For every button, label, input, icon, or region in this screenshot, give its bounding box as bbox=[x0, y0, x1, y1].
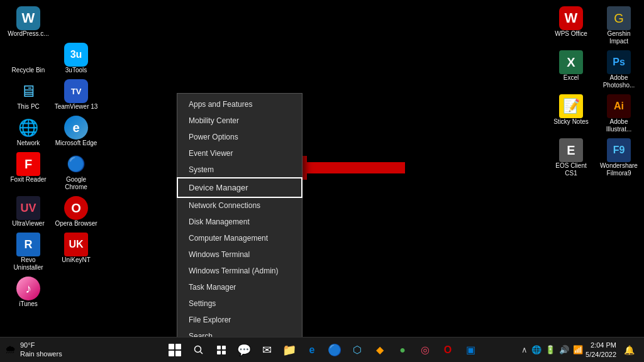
teamviewer-icon[interactable]: TV TeamViewer 13 bbox=[54, 79, 98, 111]
google-chrome-icon[interactable]: 🔵 Google Chrome bbox=[54, 152, 98, 191]
taskbar-opera-icon[interactable]: O bbox=[438, 340, 458, 360]
tray-wifi-icon[interactable]: 📶 bbox=[573, 345, 583, 354]
svg-line-3 bbox=[201, 351, 203, 354]
unikeynb-icon[interactable]: UK UniKeyNT bbox=[54, 233, 98, 272]
photoshop-icon[interactable]: Ps Adobe Photosho... bbox=[597, 50, 641, 89]
desktop-icons-left: W WordPress.c... 🗑 Recycle Bin 3u 3uTool… bbox=[6, 6, 98, 308]
taskbar: 🌧 90°F Rain showers bbox=[0, 337, 644, 362]
ultraviewer-icon[interactable]: UV UltraViewer bbox=[6, 196, 50, 228]
adobe-illustrator-icon[interactable]: Ai Adobe Illustrat... bbox=[597, 94, 641, 133]
taskbar-mail-icon[interactable]: ✉ bbox=[257, 340, 277, 360]
taskbar-pin4-icon[interactable]: ▣ bbox=[460, 340, 480, 360]
clock-time: 2:04 PM bbox=[591, 341, 616, 349]
svg-rect-5 bbox=[222, 346, 226, 349]
svg-rect-6 bbox=[217, 351, 221, 354]
menu-item-settings[interactable]: Settings bbox=[177, 295, 302, 312]
recycle-bin-icon[interactable]: 🗑 Recycle Bin bbox=[6, 43, 50, 74]
menu-item-file-explorer[interactable]: File Explorer bbox=[177, 312, 302, 328]
menu-item-computer-management[interactable]: Computer Management bbox=[177, 230, 302, 246]
taskbar-teams-icon[interactable]: 💬 bbox=[234, 340, 254, 360]
tray-network-icon[interactable]: 🌐 bbox=[531, 345, 541, 354]
this-pc-icon[interactable]: 🖥 This PC bbox=[6, 79, 50, 111]
tray-battery-icon[interactable]: 🔋 bbox=[545, 345, 555, 354]
taskbar-pin1-icon[interactable]: ◆ bbox=[370, 340, 390, 360]
task-view-button[interactable] bbox=[211, 340, 231, 360]
clock-date: 5/24/2022 bbox=[586, 350, 616, 359]
3utools-icon[interactable]: 3u 3uTools bbox=[54, 43, 98, 74]
taskbar-pin3-icon[interactable]: ◎ bbox=[415, 340, 435, 360]
search-taskbar-button[interactable] bbox=[189, 340, 209, 360]
clock-widget[interactable]: 2:04 PM 5/24/2022 bbox=[586, 341, 616, 359]
wordpress-icon[interactable]: W WordPress.c... bbox=[6, 6, 50, 38]
taskbar-vscode-icon[interactable]: ⬡ bbox=[347, 340, 367, 360]
taskbar-chrome-icon[interactable]: 🔵 bbox=[325, 340, 345, 360]
weather-icon: 🌧 bbox=[5, 343, 16, 356]
revo-uninstaller-icon[interactable]: R Revo Uninstaller bbox=[6, 233, 50, 272]
desktop-icons-right: W WPS Office G Genshin Impact X Excel Ps… bbox=[549, 6, 641, 177]
weather-info: 90°F Rain showers bbox=[20, 341, 62, 358]
temperature: 90°F Rain showers bbox=[20, 341, 62, 358]
menu-item-windows-terminal-admin[interactable]: Windows Terminal (Admin) bbox=[177, 263, 302, 279]
menu-item-device-manager[interactable]: Device Manager bbox=[177, 178, 302, 197]
excel-icon[interactable]: X Excel bbox=[549, 50, 593, 89]
menu-item-network-connections[interactable]: Network Connections bbox=[177, 197, 302, 214]
foxit-reader-icon[interactable]: F Foxit Reader bbox=[6, 152, 50, 191]
tray-volume-icon[interactable]: 🔊 bbox=[559, 345, 569, 354]
menu-item-disk-management[interactable]: Disk Management bbox=[177, 214, 302, 230]
menu-item-mobility-center[interactable]: Mobility Center bbox=[177, 112, 302, 129]
menu-item-system[interactable]: System bbox=[177, 162, 302, 178]
taskbar-right: ∧ 🌐 🔋 🔊 📶 2:04 PM 5/24/2022 🔔 bbox=[521, 340, 644, 360]
opera-browser-icon[interactable]: O Opera Browser bbox=[54, 196, 98, 228]
svg-rect-4 bbox=[217, 346, 221, 349]
system-tray: ∧ 🌐 🔋 🔊 📶 bbox=[521, 345, 583, 354]
red-arrow bbox=[298, 156, 405, 180]
network-icon[interactable]: 🌐 Network bbox=[6, 116, 50, 147]
microsoft-edge-icon[interactable]: e Microsoft Edge bbox=[54, 116, 98, 147]
tray-overflow-icon[interactable]: ∧ bbox=[521, 345, 528, 354]
sticky-notes-icon[interactable]: 📝 Sticky Notes bbox=[549, 94, 593, 133]
menu-item-event-viewer[interactable]: Event Viewer bbox=[177, 145, 302, 162]
start-button[interactable] bbox=[164, 339, 186, 361]
eos-client-icon[interactable]: E EOS Client CS1 bbox=[549, 138, 593, 177]
itunes-icon[interactable]: ♪ iTunes bbox=[6, 277, 50, 308]
notification-button[interactable]: 🔔 bbox=[619, 340, 639, 360]
filmora-icon[interactable]: F9 Wondershare Filmora9 bbox=[597, 138, 641, 177]
weather-widget: 🌧 90°F Rain showers bbox=[0, 341, 62, 358]
menu-item-apps-features[interactable]: Apps and Features bbox=[177, 96, 302, 112]
wps-office-icon[interactable]: W WPS Office bbox=[549, 6, 593, 45]
taskbar-center: 💬 ✉ 📁 e 🔵 ⬡ ◆ ● ◎ O ▣ bbox=[164, 339, 480, 361]
taskbar-edge-icon[interactable]: e bbox=[302, 340, 322, 360]
menu-item-windows-terminal[interactable]: Windows Terminal bbox=[177, 246, 302, 263]
genshin-impact-icon[interactable]: G Genshin Impact bbox=[597, 6, 641, 45]
menu-item-task-manager[interactable]: Task Manager bbox=[177, 279, 302, 295]
taskbar-folder-icon[interactable]: 📁 bbox=[279, 340, 299, 360]
taskbar-pin2-icon[interactable]: ● bbox=[392, 340, 413, 360]
svg-point-2 bbox=[195, 346, 201, 352]
svg-rect-7 bbox=[222, 351, 226, 354]
menu-item-power-options[interactable]: Power Options bbox=[177, 129, 302, 145]
context-menu: Apps and Features Mobility Center Power … bbox=[177, 93, 303, 362]
